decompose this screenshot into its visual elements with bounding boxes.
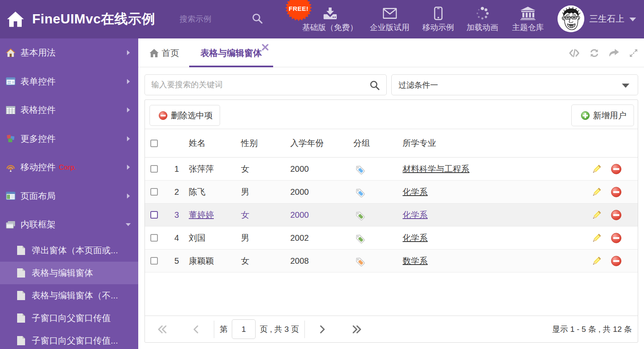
sidebar-item-inline-frame[interactable]: 内联框架 bbox=[0, 210, 138, 239]
major-link[interactable]: 化学系 bbox=[403, 233, 428, 242]
cell-name-link[interactable]: 董婷婷 bbox=[189, 210, 214, 219]
major-link[interactable]: 材料科学与工程系 bbox=[403, 164, 469, 173]
username: 三生石上 bbox=[589, 13, 624, 25]
cell-name: 陈飞 bbox=[189, 187, 205, 196]
chevron-right-icon bbox=[125, 50, 131, 56]
major-link[interactable]: 化学系 bbox=[403, 210, 428, 219]
search-icon[interactable] bbox=[370, 80, 380, 90]
sidebar-subitem-child-to-parent-2[interactable]: 子窗口向父窗口传值... bbox=[0, 329, 138, 349]
edit-pencil-icon[interactable] bbox=[591, 233, 602, 243]
sidebar-subitem-popup-window[interactable]: 弹出窗体（本页面或... bbox=[0, 239, 138, 262]
cell-gender: 男 bbox=[241, 186, 249, 198]
cell-year: 2000 bbox=[290, 210, 309, 220]
delete-minus-icon[interactable] bbox=[611, 233, 621, 243]
table-row[interactable]: 2 陈飞 男 2000 化学系 bbox=[145, 181, 638, 204]
edit-pencil-icon[interactable] bbox=[591, 256, 602, 266]
sidebar-item-page-layout[interactable]: 页面布局 bbox=[0, 182, 138, 211]
source-code-icon[interactable] bbox=[569, 49, 580, 57]
tab-close-icon[interactable] bbox=[262, 44, 269, 51]
row-checkbox[interactable] bbox=[150, 234, 158, 242]
sidebar: 基本用法 表单控件 表格控件 更多控件 bbox=[0, 38, 138, 349]
table-row-selected[interactable]: 3 董婷婷 女 2000 化学系 bbox=[145, 204, 638, 227]
filter-dropdown[interactable]: 过滤条件一 bbox=[391, 74, 638, 95]
row-checkbox[interactable] bbox=[150, 211, 158, 219]
nav-item-theme-store[interactable]: 主题仓库 bbox=[512, 0, 544, 38]
delete-minus-icon[interactable] bbox=[611, 256, 621, 266]
nav-item-loading-animation[interactable]: 加载动画 bbox=[467, 0, 498, 38]
caret-down-icon bbox=[629, 18, 636, 21]
bank-icon bbox=[520, 7, 535, 20]
share-icon[interactable] bbox=[609, 49, 619, 57]
expand-icon[interactable] bbox=[629, 48, 638, 58]
keyword-search-input[interactable] bbox=[151, 75, 364, 95]
next-page-button[interactable] bbox=[319, 325, 326, 334]
sidebar-item-form-controls[interactable]: 表单控件 bbox=[0, 67, 138, 96]
frames-colored-icon bbox=[6, 220, 15, 229]
delete-selected-button[interactable]: 删除选中项 bbox=[150, 105, 220, 126]
caret-down-icon bbox=[622, 84, 629, 88]
table-row[interactable]: 5 康颖颖 女 2008 数学系 bbox=[145, 250, 638, 273]
chevron-right-icon bbox=[125, 79, 131, 84]
grid-toolbar: 删除选中项 新增用户 bbox=[145, 100, 638, 129]
refresh-icon[interactable] bbox=[590, 49, 599, 57]
nav-item-basic-edition[interactable]: 基础版（免费） bbox=[302, 0, 358, 38]
cell-year: 2002 bbox=[290, 233, 309, 243]
sidebar-item-grid-controls[interactable]: 表格控件 bbox=[0, 96, 138, 125]
sidebar-subitem-grid-edit-window-2[interactable]: 表格与编辑窗体（不... bbox=[0, 284, 138, 307]
table-row[interactable]: 1 张萍萍 女 2000 材料科学与工程系 bbox=[145, 158, 638, 181]
tab-toolbar bbox=[569, 38, 638, 67]
delete-minus-icon[interactable] bbox=[611, 210, 621, 220]
tab-bar: 首页 表格与编辑窗体 bbox=[138, 38, 644, 67]
header-nav: 基础版（免费） 企业版试用 移动示例 加载动画 主题仓库 bbox=[0, 0, 555, 38]
sidebar-item-more-controls[interactable]: 更多控件 bbox=[0, 125, 138, 153]
table-colored-icon bbox=[6, 105, 15, 115]
first-page-button[interactable] bbox=[157, 325, 167, 334]
user-menu[interactable]: 三生石上 bbox=[589, 13, 636, 25]
sidebar-subitem-grid-edit-window[interactable]: 表格与编辑窗体 bbox=[0, 262, 138, 284]
table-row[interactable]: 4 刘国 男 2002 化学系 bbox=[145, 227, 638, 250]
avatar-cartoon-face bbox=[558, 5, 584, 32]
row-checkbox[interactable] bbox=[150, 188, 158, 196]
user-avatar[interactable] bbox=[558, 5, 584, 32]
nav-item-mobile-demo[interactable]: 移动示例 bbox=[422, 0, 454, 38]
chevron-right-icon bbox=[125, 164, 131, 170]
column-header-year: 入学年份 bbox=[290, 138, 324, 149]
cubes-colored-icon bbox=[6, 134, 15, 143]
major-link[interactable]: 化学系 bbox=[403, 187, 428, 196]
grid-panel: 删除选中项 新增用户 姓名 性别 入学年份 分组 所学专业 1 张萍萍 女 20… bbox=[145, 99, 638, 343]
sidebar-item-mobile-controls[interactable]: 移动控件 Corp. bbox=[0, 153, 138, 182]
tag-icon bbox=[355, 187, 365, 198]
column-header-name: 姓名 bbox=[189, 138, 205, 149]
add-user-button[interactable]: 新增用户 bbox=[571, 104, 634, 126]
edit-pencil-icon[interactable] bbox=[591, 164, 602, 174]
last-page-button[interactable] bbox=[352, 325, 362, 334]
row-checkbox[interactable] bbox=[150, 257, 158, 265]
cell-gender: 男 bbox=[241, 232, 249, 244]
table-header-row: 姓名 性别 入学年份 分组 所学专业 bbox=[145, 129, 638, 158]
layout-colored-icon bbox=[6, 191, 15, 201]
angle-right-icon bbox=[319, 325, 326, 334]
active-tab-underline bbox=[189, 66, 273, 67]
delete-minus-icon[interactable] bbox=[611, 164, 621, 174]
pagination-bar: 第 页 , 共 3 页 显示 1 - 5 条 , 共 12 条 bbox=[145, 316, 638, 342]
sidebar-item-basic-usage[interactable]: 基本用法 bbox=[0, 38, 138, 67]
select-all-checkbox[interactable] bbox=[150, 140, 158, 147]
minus-circle-icon bbox=[159, 111, 167, 120]
major-link[interactable]: 数学系 bbox=[403, 256, 428, 265]
page-number-input[interactable] bbox=[232, 319, 256, 339]
document-icon bbox=[17, 336, 25, 345]
tab-grid-edit-window[interactable]: 表格与编辑窗体 bbox=[189, 38, 273, 67]
edit-pencil-icon[interactable] bbox=[591, 187, 602, 197]
tab-home[interactable]: 首页 bbox=[150, 38, 179, 67]
prev-page-button[interactable] bbox=[193, 325, 199, 334]
row-checkbox[interactable] bbox=[150, 165, 158, 173]
page-prefix: 第 bbox=[220, 324, 228, 335]
chevron-right-icon bbox=[125, 193, 131, 199]
app-header: FineUIMvc在线示例 FREE! 基础版（免费） 企业版试用 移动示例 加… bbox=[0, 0, 644, 38]
delete-minus-icon[interactable] bbox=[611, 187, 621, 197]
sidebar-subitem-child-to-parent[interactable]: 子窗口向父窗口传值 bbox=[0, 307, 138, 329]
signal-colored-icon bbox=[6, 163, 15, 172]
record-summary: 显示 1 - 5 条 , 共 12 条 bbox=[552, 316, 632, 343]
nav-item-enterprise-trial[interactable]: 企业版试用 bbox=[370, 0, 410, 38]
edit-pencil-icon[interactable] bbox=[591, 210, 602, 220]
